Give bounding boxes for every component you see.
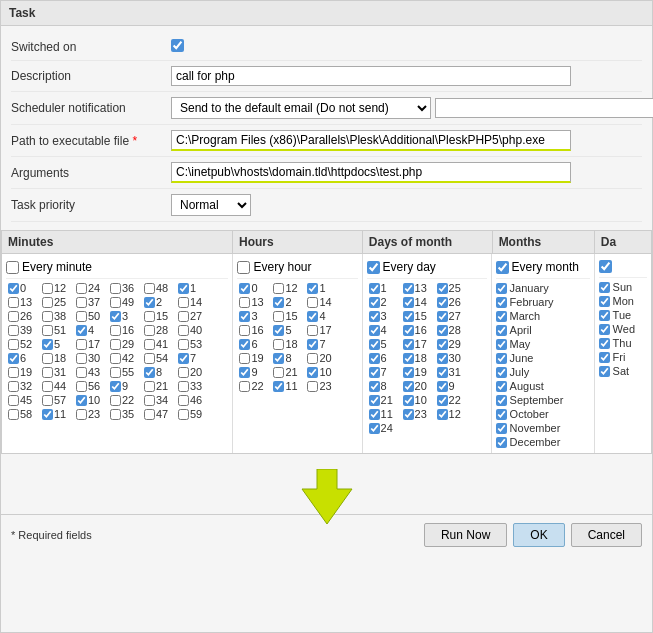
min-37[interactable] — [76, 297, 87, 308]
min-40[interactable] — [178, 325, 189, 336]
hr-21[interactable] — [273, 367, 284, 378]
month-nov[interactable] — [496, 423, 507, 434]
month-dec[interactable] — [496, 437, 507, 448]
day-27[interactable] — [437, 311, 448, 322]
min-6[interactable] — [8, 353, 19, 364]
min-51[interactable] — [42, 325, 53, 336]
month-feb[interactable] — [496, 297, 507, 308]
hr-16[interactable] — [239, 325, 250, 336]
min-36[interactable] — [110, 283, 121, 294]
min-15[interactable] — [144, 311, 155, 322]
min-23[interactable] — [76, 409, 87, 420]
hr-9[interactable] — [239, 367, 250, 378]
path-input[interactable] — [171, 130, 571, 151]
hr-10[interactable] — [307, 367, 318, 378]
hr-2[interactable] — [273, 297, 284, 308]
day-8[interactable] — [369, 381, 380, 392]
dow-thu[interactable] — [599, 338, 610, 349]
hr-22[interactable] — [239, 381, 250, 392]
min-13[interactable] — [8, 297, 19, 308]
arguments-input[interactable] — [171, 162, 571, 183]
hr-7[interactable] — [307, 339, 318, 350]
min-21[interactable] — [144, 381, 155, 392]
min-1[interactable] — [178, 283, 189, 294]
min-52[interactable] — [8, 339, 19, 350]
day-15[interactable] — [403, 311, 414, 322]
day-4[interactable] — [369, 325, 380, 336]
min-38[interactable] — [42, 311, 53, 322]
min-42[interactable] — [110, 353, 121, 364]
hr-15[interactable] — [273, 311, 284, 322]
every-hour-checkbox[interactable] — [237, 261, 250, 274]
min-12[interactable] — [42, 283, 53, 294]
min-43[interactable] — [76, 367, 87, 378]
day-24[interactable] — [369, 423, 380, 434]
month-oct[interactable] — [496, 409, 507, 420]
dow-mon[interactable] — [599, 296, 610, 307]
min-17[interactable] — [76, 339, 87, 350]
min-4[interactable] — [76, 325, 87, 336]
min-34[interactable] — [144, 395, 155, 406]
month-jan[interactable] — [496, 283, 507, 294]
min-32[interactable] — [8, 381, 19, 392]
every-dow-checkbox[interactable] — [599, 260, 612, 273]
hr-23[interactable] — [307, 381, 318, 392]
hr-5[interactable] — [273, 325, 284, 336]
min-53[interactable] — [178, 339, 189, 350]
min-50[interactable] — [76, 311, 87, 322]
ok-button[interactable]: OK — [513, 523, 564, 547]
day-1[interactable] — [369, 283, 380, 294]
switched-on-checkbox[interactable] — [171, 39, 184, 52]
min-57[interactable] — [42, 395, 53, 406]
day-20[interactable] — [403, 381, 414, 392]
day-7[interactable] — [369, 367, 380, 378]
min-35[interactable] — [110, 409, 121, 420]
day-14[interactable] — [403, 297, 414, 308]
month-apr[interactable] — [496, 325, 507, 336]
min-0[interactable] — [8, 283, 19, 294]
month-mar[interactable] — [496, 311, 507, 322]
min-11[interactable] — [42, 409, 53, 420]
min-45[interactable] — [8, 395, 19, 406]
every-minute-checkbox[interactable] — [6, 261, 19, 274]
hr-14[interactable] — [307, 297, 318, 308]
day-13[interactable] — [403, 283, 414, 294]
min-56[interactable] — [76, 381, 87, 392]
min-39[interactable] — [8, 325, 19, 336]
min-54[interactable] — [144, 353, 155, 364]
hr-3[interactable] — [239, 311, 250, 322]
min-18[interactable] — [42, 353, 53, 364]
day-21[interactable] — [369, 395, 380, 406]
day-30[interactable] — [437, 353, 448, 364]
run-now-button[interactable]: Run Now — [424, 523, 507, 547]
scheduler-select[interactable]: Send to the default email (Do not send) — [171, 97, 431, 119]
min-58[interactable] — [8, 409, 19, 420]
hr-11[interactable] — [273, 381, 284, 392]
min-31[interactable] — [42, 367, 53, 378]
month-aug[interactable] — [496, 381, 507, 392]
day-28[interactable] — [437, 325, 448, 336]
hr-8[interactable] — [273, 353, 284, 364]
min-55[interactable] — [110, 367, 121, 378]
day-17[interactable] — [403, 339, 414, 350]
hr-4[interactable] — [307, 311, 318, 322]
priority-select[interactable]: Normal — [171, 194, 251, 216]
day-11[interactable] — [369, 409, 380, 420]
dow-sat[interactable] — [599, 366, 610, 377]
min-44[interactable] — [42, 381, 53, 392]
min-20[interactable] — [178, 367, 189, 378]
min-2[interactable] — [144, 297, 155, 308]
every-month-checkbox[interactable] — [496, 261, 509, 274]
scheduler-extra-input[interactable] — [435, 98, 653, 118]
day-10[interactable] — [403, 395, 414, 406]
min-24[interactable] — [76, 283, 87, 294]
min-48[interactable] — [144, 283, 155, 294]
min-46[interactable] — [178, 395, 189, 406]
min-16[interactable] — [110, 325, 121, 336]
day-23[interactable] — [403, 409, 414, 420]
day-2[interactable] — [369, 297, 380, 308]
day-29[interactable] — [437, 339, 448, 350]
min-49[interactable] — [110, 297, 121, 308]
dow-fri[interactable] — [599, 352, 610, 363]
min-8[interactable] — [144, 367, 155, 378]
